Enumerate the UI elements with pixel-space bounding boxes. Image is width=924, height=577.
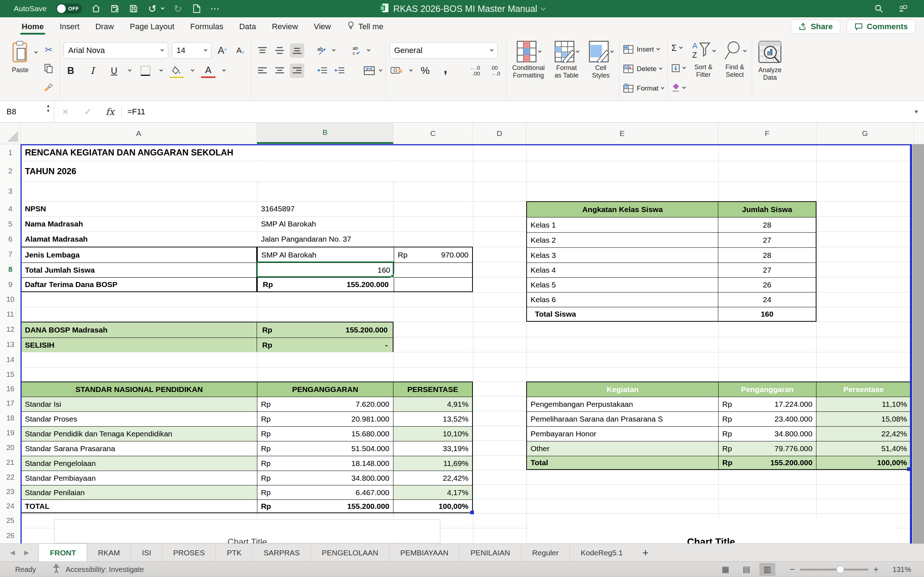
total-siswa-label[interactable]: Total Jumlah Siswa <box>21 263 256 277</box>
zoom-in-icon[interactable]: + <box>874 564 879 574</box>
row-header-5[interactable]: 5 <box>0 216 21 232</box>
wrap-text-chevron-icon[interactable] <box>367 48 371 52</box>
sheet-year[interactable]: TAHUN 2026 <box>22 161 469 181</box>
sheet-tab-kodereg[interactable]: KodeReg5.1 <box>570 544 634 561</box>
copy-icon[interactable] <box>42 61 56 76</box>
name-box[interactable]: B8 ▲▼ <box>0 101 54 122</box>
sort-filter-button[interactable]: AZ Sort &Filter <box>689 40 717 98</box>
tab-page-layout[interactable]: Page Layout <box>122 17 183 36</box>
enter-icon[interactable]: ✓ <box>76 107 99 117</box>
dana-bosp-label[interactable]: DANA BOSP Madrasah <box>21 322 257 338</box>
tab-review[interactable]: Review <box>264 17 306 36</box>
row-header-19[interactable]: 19 <box>0 425 21 440</box>
chart-right[interactable]: Chart Title <box>528 518 894 543</box>
row-header-13[interactable]: 13 <box>0 337 21 352</box>
number-format-select[interactable]: General <box>389 42 498 59</box>
normal-view-icon[interactable]: ▦ <box>717 563 733 576</box>
row-header-23[interactable]: 23 <box>0 484 21 499</box>
analyze-data-button[interactable]: AnalyzeData <box>756 40 784 98</box>
page-break-view-icon[interactable]: ▥ <box>759 563 775 576</box>
chart-left[interactable]: Chart Title <box>54 519 440 543</box>
row-header-11[interactable]: 11 <box>0 307 21 322</box>
col-header-g[interactable]: G <box>816 122 914 144</box>
kegiatan-header-name[interactable]: Kegiatan <box>527 382 718 397</box>
delete-cells-button[interactable]: x Delete <box>623 62 664 76</box>
selection-fill-handle[interactable] <box>391 274 394 278</box>
home-icon[interactable] <box>91 4 101 13</box>
underline-chevron-icon[interactable] <box>128 68 132 72</box>
jenis-value[interactable]: SMP Al Barokah <box>258 247 394 263</box>
row-header-8[interactable]: 8 <box>0 262 21 277</box>
page-layout-view-icon[interactable]: ▤ <box>738 563 754 576</box>
sheet-title[interactable]: RENCANA KEGIATAN DAN ANGGARAN SEKOLAH <box>22 145 469 160</box>
snp-header-pct[interactable]: PERSENTASE <box>393 382 472 397</box>
format-painter-icon[interactable] <box>42 80 56 94</box>
print-area-border-right[interactable] <box>910 144 912 543</box>
font-size-select[interactable]: 14 <box>172 42 212 59</box>
select-all-corner[interactable] <box>0 122 21 144</box>
row-header-25[interactable]: 25 <box>0 513 21 528</box>
undo-icon[interactable]: ↺ <box>148 4 157 13</box>
merge-center-icon[interactable] <box>362 63 376 78</box>
npsn-value[interactable]: 31645897 <box>258 201 393 216</box>
comma-icon[interactable]: , <box>438 61 452 76</box>
orientation-icon[interactable]: ab <box>315 43 330 58</box>
align-center-icon[interactable] <box>273 63 287 78</box>
row-header-12[interactable]: 12 <box>0 322 21 337</box>
npsn-label[interactable]: NPSN <box>22 201 256 216</box>
document-title[interactable]: RKAS 2026-BOS MI Master Manual <box>393 3 538 14</box>
tab-formulas[interactable]: Formulas <box>182 17 231 36</box>
bold-icon[interactable]: B <box>63 63 78 78</box>
dana-bosp-terima-label[interactable]: Daftar Terima Dana BOSP <box>21 278 256 292</box>
sheet-tab-penilaian[interactable]: PENILAIAN <box>459 544 521 561</box>
title-chevron-icon[interactable] <box>541 5 546 10</box>
insert-cells-button[interactable]: Insert <box>623 43 664 56</box>
row-header-4[interactable]: 4 <box>0 201 21 216</box>
increase-indent-icon[interactable] <box>333 63 347 78</box>
snp-header-amount[interactable]: PENGANGGARAN <box>257 382 393 397</box>
sheet-tab-isi[interactable]: ISI <box>131 544 162 561</box>
sheet-tab-proses[interactable]: PROSES <box>162 544 216 561</box>
decrease-indent-icon[interactable] <box>315 63 330 78</box>
conditional-formatting-button[interactable]: ConditionalFormatting <box>510 40 547 98</box>
sheet-tab-ptk[interactable]: PTK <box>215 544 252 561</box>
kelas-header-value[interactable]: Jumlah Siswa <box>718 202 816 217</box>
sheet-tab-rkam[interactable]: RKAM <box>87 544 131 561</box>
cut-icon[interactable]: ✂ <box>42 43 56 57</box>
col-header-d[interactable]: D <box>473 122 526 144</box>
col-header-e[interactable]: E <box>526 122 718 144</box>
paste-button[interactable]: Paste <box>9 40 32 98</box>
nama-value[interactable]: SMP Al Barokah <box>258 216 393 232</box>
tab-draw[interactable]: Draw <box>87 17 122 36</box>
col-header-c[interactable]: C <box>393 122 473 144</box>
col-header-b[interactable]: B <box>257 122 393 144</box>
paste-chevron-icon[interactable] <box>34 50 38 54</box>
row-header-22[interactable]: 22 <box>0 470 21 484</box>
accessibility-icon[interactable] <box>52 564 61 575</box>
italic-icon[interactable]: I <box>85 63 100 78</box>
font-color-icon[interactable]: A <box>201 63 215 78</box>
zoom-level[interactable]: 131% <box>889 566 911 574</box>
share-presence-icon[interactable] <box>898 4 908 13</box>
increase-decimal-icon[interactable]: ←.0.00 <box>468 63 482 78</box>
next-sheet-icon[interactable]: ▶ <box>24 549 29 556</box>
font-color-chevron-icon[interactable] <box>222 68 226 72</box>
comments-button[interactable]: Comments <box>847 19 915 34</box>
c9-empty[interactable] <box>394 278 472 292</box>
share-button[interactable]: Share <box>791 19 840 34</box>
autosum-button[interactable]: Σ <box>671 43 685 53</box>
tab-home[interactable]: Home <box>14 17 52 36</box>
clear-button[interactable] <box>671 82 685 93</box>
row-header-9[interactable]: 9 <box>0 277 21 292</box>
sheet-tab-pengelolaan[interactable]: PENGELOLAAN <box>311 544 389 561</box>
jenis-label[interactable]: Jenis Lembaga <box>21 247 256 263</box>
borders-chevron-icon[interactable] <box>160 68 163 72</box>
spreadsheet-grid[interactable]: RENCANA KEGIATAN DAN ANGGARAN SEKOLAH TA… <box>0 144 924 543</box>
align-left-icon[interactable] <box>255 63 270 78</box>
page-break-handle[interactable] <box>907 467 911 471</box>
row-header-2[interactable]: 2 <box>0 161 21 181</box>
search-icon[interactable] <box>874 4 884 13</box>
wrap-text-icon[interactable]: abc <box>350 43 365 58</box>
undo-chevron-icon[interactable] <box>161 6 165 10</box>
sheet-tab-reguler[interactable]: Reguler <box>521 544 570 561</box>
